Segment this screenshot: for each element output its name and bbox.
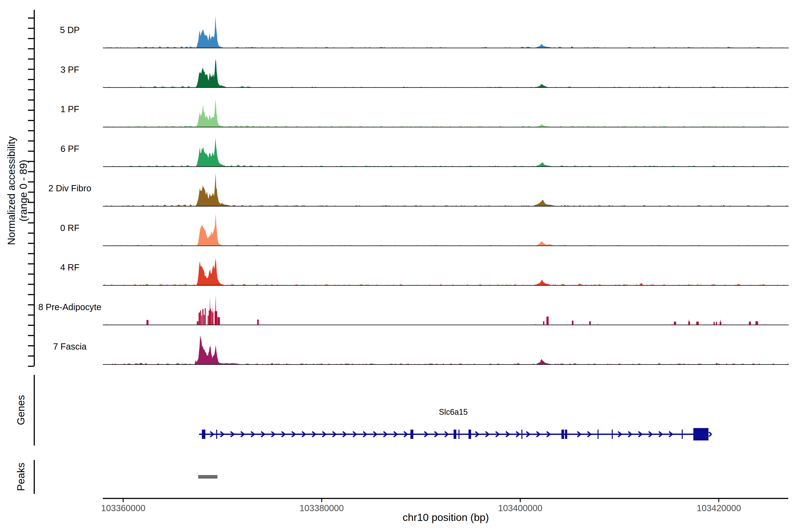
x-axis-tick bbox=[321, 499, 322, 502]
x-tick-label-103420000: 103420000 bbox=[686, 503, 752, 513]
track-5-dp bbox=[102, 16, 789, 48]
peak-region-bar bbox=[198, 475, 217, 479]
gene-exon bbox=[597, 430, 599, 439]
track-baseline bbox=[103, 206, 789, 207]
strand-arrow-icon bbox=[709, 432, 711, 436]
x-axis-tick bbox=[718, 499, 719, 502]
y-axis-label-line1: Normalized accessibility bbox=[5, 91, 17, 290]
peaks-section-label: Peaks bbox=[15, 433, 27, 521]
track-baseline bbox=[103, 127, 789, 128]
x-tick-label-103360000: 103360000 bbox=[90, 503, 156, 513]
gene-exon bbox=[565, 430, 567, 439]
track-label-5-dp: 5 DP bbox=[24, 25, 115, 35]
track-baseline bbox=[103, 246, 789, 246]
track-label-4-rf: 4 RF bbox=[24, 263, 115, 272]
peaks-axis-line bbox=[34, 460, 35, 494]
y-axis-tick bbox=[28, 89, 34, 90]
track-6-pf bbox=[103, 138, 789, 167]
gene-exon bbox=[469, 430, 471, 439]
track-baseline bbox=[103, 87, 789, 88]
gene-exon bbox=[458, 430, 459, 439]
gene-exon bbox=[411, 430, 413, 439]
y-axis-tick bbox=[28, 294, 34, 295]
track-1-pf bbox=[103, 99, 789, 127]
track-label-0-rf: 0 RF bbox=[24, 223, 115, 233]
track-baseline bbox=[103, 48, 789, 48]
y-axis-tick bbox=[28, 58, 34, 60]
x-tick-label-103400000: 103400000 bbox=[487, 503, 553, 513]
genome-browser-figure: Normalized accessibility (range 0 - 89) … bbox=[0, 0, 798, 532]
track-baseline bbox=[103, 167, 789, 167]
x-axis-tick bbox=[520, 499, 521, 502]
gene-model-slc6a15 bbox=[199, 428, 711, 440]
y-axis-tick bbox=[28, 356, 34, 357]
y-axis-tick bbox=[28, 366, 34, 367]
track-label-6-pf: 6 PF bbox=[24, 144, 115, 154]
y-axis-tick bbox=[28, 48, 34, 50]
x-axis-tick bbox=[123, 499, 124, 502]
y-axis-tick bbox=[28, 325, 34, 326]
y-axis-tick bbox=[28, 335, 34, 336]
track-baseline bbox=[103, 364, 789, 365]
track-label-2-div-fibro: 2 Div Fibro bbox=[24, 183, 115, 193]
gene-exon bbox=[454, 430, 456, 439]
genes-axis-line bbox=[34, 375, 35, 445]
track-2-div-fibro bbox=[103, 173, 789, 207]
gene-exon bbox=[521, 430, 522, 439]
y-axis-tick bbox=[28, 18, 34, 19]
gene-exon bbox=[682, 430, 683, 439]
track-3-pf bbox=[103, 59, 789, 88]
x-tick-label-103380000: 103380000 bbox=[288, 503, 355, 513]
gene-exon bbox=[612, 430, 613, 439]
gene-exon bbox=[216, 430, 217, 439]
y-axis-tick bbox=[28, 315, 34, 316]
gene-name-label: Slc6a15 bbox=[409, 407, 498, 417]
track-label-7-fascia: 7 Fascia bbox=[24, 342, 115, 352]
gene-exon bbox=[202, 430, 206, 439]
plot-canvas bbox=[0, 0, 798, 532]
y-axis-tick bbox=[28, 38, 34, 39]
track-label-8-pre-adipocyte: 8 Pre-Adipocyte bbox=[24, 302, 115, 312]
track-7-fascia bbox=[103, 335, 789, 365]
track-baseline bbox=[103, 325, 789, 325]
x-axis bbox=[103, 498, 788, 502]
track-4-rf bbox=[103, 258, 789, 285]
track-baseline bbox=[103, 285, 789, 286]
gene-exon bbox=[562, 430, 564, 439]
track-label-1-pf: 1 PF bbox=[24, 104, 115, 114]
track-label-3-pf: 3 PF bbox=[24, 65, 115, 75]
track-0-rf bbox=[103, 214, 789, 246]
gene-exon bbox=[694, 428, 708, 440]
track-8-pre-adipocyte bbox=[103, 295, 789, 325]
y-axis-tick bbox=[28, 79, 34, 80]
